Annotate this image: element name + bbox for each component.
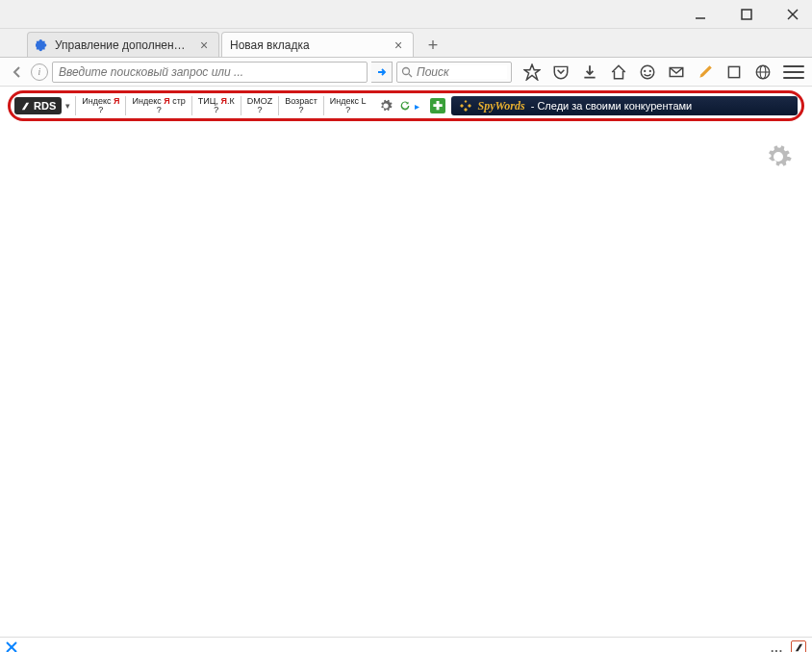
- rds-stat[interactable]: Индекс L?: [323, 96, 372, 115]
- go-button[interactable]: [371, 62, 393, 83]
- face-icon[interactable]: [639, 63, 656, 81]
- star-icon[interactable]: [523, 63, 541, 81]
- spywords-brand: SpyWords: [478, 99, 525, 113]
- close-button[interactable]: [781, 3, 804, 26]
- minimize-button[interactable]: [689, 3, 712, 26]
- window-title-bar: [0, 0, 812, 29]
- tab-label: Управление дополнениями...: [55, 38, 191, 52]
- rds-more-icon[interactable]: ▸: [415, 101, 424, 112]
- rds-stat[interactable]: Возраст?: [278, 96, 323, 115]
- search-icon: [401, 66, 413, 78]
- status-more-icon[interactable]: ...: [771, 641, 783, 653]
- tab-label: Новая вкладка: [230, 38, 386, 52]
- mail-icon[interactable]: [668, 63, 685, 81]
- rds-stat[interactable]: DMOZ?: [241, 96, 279, 115]
- info-icon[interactable]: i: [31, 63, 48, 81]
- rds-stat[interactable]: Индекс Я стр?: [125, 96, 190, 115]
- svg-point-6: [641, 65, 654, 79]
- rds-highlight-ring: RDS ▾ Индекс Я?Индекс Я стр?ТИЦ, Я.К?DMO…: [8, 90, 804, 121]
- rds-stat-value: ?: [214, 106, 218, 114]
- pocket-icon[interactable]: [552, 63, 570, 81]
- rds-toolbar: RDS ▾ Индекс Я?Индекс Я стр?ТИЦ, Я.К?DMO…: [13, 95, 799, 116]
- home-icon[interactable]: [610, 63, 627, 81]
- hamburger-menu-button[interactable]: [783, 63, 804, 81]
- rds-refresh-icon[interactable]: [397, 98, 413, 113]
- spywords-banner[interactable]: SpyWords - Следи за своими конкурентами: [451, 96, 798, 115]
- status-tag-icon[interactable]: [791, 640, 806, 653]
- svg-point-8: [649, 69, 651, 71]
- rds-stat-value: ?: [98, 106, 103, 114]
- newtab-settings-icon[interactable]: [764, 142, 793, 171]
- box-icon[interactable]: [725, 63, 743, 81]
- svg-line-5: [409, 74, 412, 77]
- rds-stat-value: ?: [157, 106, 162, 114]
- search-input[interactable]: [417, 65, 507, 79]
- globe-icon[interactable]: [754, 63, 772, 81]
- maximize-button[interactable]: [735, 3, 758, 26]
- status-right: ...: [771, 640, 806, 653]
- puzzle-icon: [36, 38, 49, 52]
- navigation-toolbar: i: [0, 58, 812, 87]
- rds-stat-value: ?: [298, 106, 303, 114]
- rds-logo-text: RDS: [34, 100, 56, 112]
- rds-stat[interactable]: Индекс Я?: [75, 96, 125, 115]
- rds-stat-value: ?: [345, 106, 350, 114]
- tab-strip: Управление дополнениями... × Новая вклад…: [0, 29, 812, 58]
- svg-rect-10: [728, 66, 739, 77]
- spywords-text: - Следи за своими конкурентами: [531, 100, 693, 112]
- status-bar: ...: [0, 637, 812, 652]
- svg-point-7: [644, 69, 646, 71]
- rds-stat[interactable]: ТИЦ, Я.К?: [191, 96, 241, 115]
- toolbar-icons: [523, 63, 772, 81]
- back-button[interactable]: [8, 63, 27, 82]
- spywords-icon: [459, 99, 472, 113]
- tab-new[interactable]: Новая вкладка ×: [221, 32, 414, 57]
- status-close-icon[interactable]: [6, 640, 17, 653]
- svg-point-4: [403, 67, 410, 74]
- url-input[interactable]: [52, 62, 368, 83]
- tab-close-icon[interactable]: ×: [392, 38, 405, 52]
- page-content: [0, 125, 812, 637]
- download-icon[interactable]: [581, 63, 598, 81]
- rds-dropdown-icon[interactable]: ▾: [65, 101, 73, 111]
- new-tab-button[interactable]: +: [421, 34, 444, 57]
- rds-logo-button[interactable]: RDS: [14, 97, 62, 114]
- search-box[interactable]: [396, 62, 512, 83]
- rds-settings-icon[interactable]: [378, 98, 393, 113]
- rds-plus-button[interactable]: ✚: [430, 98, 445, 113]
- tab-addons[interactable]: Управление дополнениями... ×: [27, 32, 219, 57]
- tab-close-icon[interactable]: ×: [197, 38, 211, 52]
- rds-stat-value: ?: [257, 106, 262, 114]
- pencil-icon[interactable]: [697, 63, 714, 81]
- svg-rect-1: [742, 10, 751, 19]
- rds-toolbar-wrapper: RDS ▾ Индекс Я?Индекс Я стр?ТИЦ, Я.К?DMO…: [0, 87, 812, 125]
